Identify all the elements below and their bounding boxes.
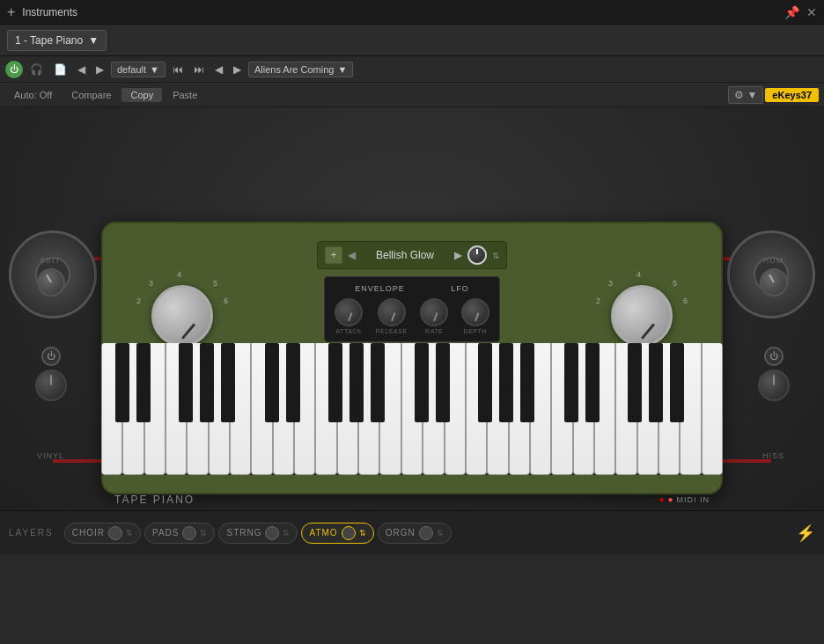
side-panel-right: HUM ⏻ HISS bbox=[723, 222, 824, 494]
key-a4[interactable] bbox=[658, 343, 680, 475]
pattern-dropdown[interactable]: Aliens Are Coming ▼ bbox=[248, 62, 353, 77]
reverb-num-5: 5 bbox=[673, 279, 677, 288]
close-button[interactable]: ✕ bbox=[806, 5, 817, 19]
headphone-button[interactable]: 🎧 bbox=[26, 62, 47, 77]
auto-off-button[interactable]: Auto: Off bbox=[5, 88, 61, 102]
reverb-knob-center bbox=[611, 285, 673, 347]
key-f3[interactable] bbox=[466, 343, 487, 475]
layer-choir[interactable]: CHOIR ⇅ bbox=[64, 523, 141, 544]
attack-label: ATTACK bbox=[335, 328, 362, 334]
key-f2[interactable] bbox=[315, 343, 336, 475]
env-lfo-section: ENVELOPE LFO ATTACK RELEASE RATE bbox=[324, 276, 500, 342]
preset-play-button[interactable]: ▶ bbox=[454, 249, 462, 261]
key-e2[interactable] bbox=[294, 343, 315, 475]
key-g1[interactable] bbox=[187, 343, 208, 475]
left-power-button[interactable]: ⏻ bbox=[41, 347, 61, 366]
layer-strng[interactable]: STRNG ⇅ bbox=[218, 523, 298, 544]
key-f1[interactable] bbox=[166, 343, 187, 475]
filter-num-6: 6 bbox=[224, 296, 228, 305]
side-panel-left: 8BIT ⏻ VINYL bbox=[0, 222, 101, 494]
8bit-knob[interactable] bbox=[37, 268, 65, 296]
pads-arrows[interactable]: ⇅ bbox=[200, 529, 207, 538]
arrow-left-button[interactable]: ◀ bbox=[211, 62, 226, 77]
document-button[interactable]: 📄 bbox=[50, 62, 70, 77]
attack-knob[interactable] bbox=[335, 298, 363, 326]
orgn-arrows[interactable]: ⇅ bbox=[437, 529, 444, 538]
copy-button[interactable]: Copy bbox=[121, 88, 162, 102]
layer-atmo[interactable]: ATMO ⇅ bbox=[301, 523, 373, 544]
release-label: RELEASE bbox=[376, 328, 408, 334]
key-c3[interactable] bbox=[401, 343, 423, 475]
prev-button[interactable]: ◀ bbox=[74, 62, 89, 77]
key-c2[interactable] bbox=[251, 343, 272, 475]
key-c5[interactable] bbox=[702, 343, 723, 475]
instrument-bar: 1 - Tape Piano ▼ bbox=[0, 25, 824, 56]
key-a3[interactable] bbox=[509, 343, 530, 475]
preset-arrow-icon: ▼ bbox=[150, 64, 159, 75]
preset-add-button[interactable]: + bbox=[325, 246, 342, 264]
key-e3[interactable] bbox=[445, 343, 466, 475]
atmo-arrows[interactable]: ⇅ bbox=[359, 529, 366, 538]
preset-dropdown[interactable]: default ▼ bbox=[111, 62, 166, 77]
key-b1[interactable] bbox=[230, 343, 251, 475]
skip-forward-button[interactable]: ⏭ bbox=[190, 62, 208, 77]
pin-button[interactable]: 📌 bbox=[784, 5, 799, 19]
preset-up-down[interactable]: ⇅ bbox=[492, 251, 499, 260]
power-button[interactable]: ⏻ bbox=[5, 61, 23, 78]
key-c4[interactable] bbox=[551, 343, 572, 475]
depth-knob[interactable] bbox=[461, 298, 489, 326]
key-a1[interactable] bbox=[209, 343, 230, 475]
key-e1[interactable] bbox=[144, 343, 166, 475]
add-instrument-button[interactable]: + bbox=[7, 4, 15, 20]
settings-button[interactable]: ⚙ ▼ bbox=[728, 86, 763, 104]
release-knob[interactable] bbox=[378, 298, 406, 326]
key-g3[interactable] bbox=[487, 343, 508, 475]
key-c1[interactable] bbox=[101, 343, 122, 475]
preset-prev-button[interactable]: ◀ bbox=[348, 249, 356, 261]
reverb-num-6: 6 bbox=[683, 296, 688, 305]
key-d2[interactable] bbox=[273, 343, 294, 475]
key-d3[interactable] bbox=[423, 343, 444, 475]
paste-button[interactable]: Paste bbox=[164, 88, 206, 102]
rate-knob[interactable] bbox=[420, 298, 448, 326]
title-bar-label: Instruments bbox=[22, 6, 777, 18]
key-b4[interactable] bbox=[680, 343, 701, 475]
key-d4[interactable] bbox=[573, 343, 594, 475]
arrow-right-button[interactable]: ▶ bbox=[230, 62, 245, 77]
pads-knob[interactable] bbox=[182, 526, 196, 540]
key-e4[interactable] bbox=[594, 343, 615, 475]
key-f4[interactable] bbox=[615, 343, 636, 475]
instrument-selector[interactable]: 1 - Tape Piano ▼ bbox=[7, 30, 107, 51]
reverb-knob[interactable] bbox=[611, 285, 673, 347]
pattern-name: Aliens Are Coming bbox=[254, 64, 335, 75]
compare-button[interactable]: Compare bbox=[63, 88, 120, 102]
key-a2[interactable] bbox=[358, 343, 379, 475]
choir-knob[interactable] bbox=[108, 526, 122, 540]
key-g2[interactable] bbox=[337, 343, 358, 475]
next-button[interactable]: ▶ bbox=[92, 62, 107, 77]
plugin-area: 8BIT ⏻ VINYL HUM ⏻ HISS + ◀ Bellish Glo bbox=[0, 107, 824, 554]
layer-pads[interactable]: PADS ⇅ bbox=[144, 523, 216, 544]
key-b2[interactable] bbox=[379, 343, 401, 475]
hum-knob[interactable] bbox=[760, 268, 788, 296]
right-dial[interactable] bbox=[758, 370, 790, 401]
right-power-button[interactable]: ⏻ bbox=[764, 347, 784, 366]
strng-arrows[interactable]: ⇅ bbox=[283, 529, 290, 538]
layer-orgn[interactable]: ORGN ⇅ bbox=[378, 523, 452, 544]
key-g4[interactable] bbox=[637, 343, 658, 475]
key-d1[interactable] bbox=[122, 343, 143, 475]
instrument-selector-arrow: ▼ bbox=[88, 34, 99, 47]
left-dial[interactable] bbox=[35, 370, 67, 401]
rate-group: RATE bbox=[420, 298, 448, 334]
atmo-knob[interactable] bbox=[342, 526, 356, 540]
midi-dot-1: ● bbox=[658, 494, 664, 504]
orgn-knob[interactable] bbox=[419, 526, 433, 540]
strng-knob[interactable] bbox=[265, 526, 279, 540]
key-b3[interactable] bbox=[530, 343, 551, 475]
skip-back-button[interactable]: ⏮ bbox=[169, 62, 187, 77]
reverb-num-2: 2 bbox=[596, 296, 600, 305]
preset-knob[interactable] bbox=[467, 245, 487, 265]
lightning-button[interactable]: ⚡ bbox=[796, 523, 815, 543]
choir-arrows[interactable]: ⇅ bbox=[126, 529, 133, 538]
filter-knob[interactable] bbox=[151, 285, 213, 347]
